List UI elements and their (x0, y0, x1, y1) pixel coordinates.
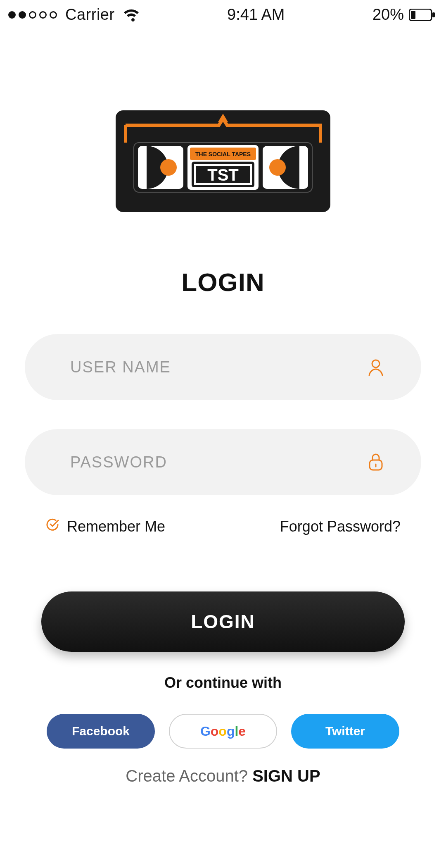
logo-small-text: THE SOCIAL TAPES (195, 151, 251, 157)
lock-icon (367, 453, 385, 471)
facebook-login-button[interactable]: Facebook (47, 714, 155, 749)
remember-me-label: Remember Me (67, 518, 165, 535)
username-field-wrap[interactable] (25, 334, 421, 400)
page-title: LOGIN (181, 267, 264, 297)
check-circle-icon (45, 517, 59, 535)
password-input[interactable] (70, 453, 372, 471)
user-icon (367, 358, 385, 376)
google-login-button[interactable]: Google (169, 714, 277, 749)
status-right: 20% (372, 6, 435, 24)
forgot-password-link[interactable]: Forgot Password? (280, 518, 401, 535)
continue-divider: Or continue with (62, 674, 384, 692)
wifi-icon (123, 8, 140, 21)
status-left: Carrier (8, 6, 140, 24)
signal-strength-icon (8, 11, 57, 19)
twitter-login-button[interactable]: Twitter (291, 714, 399, 749)
logo-big-text: TST (207, 166, 239, 184)
continue-divider-label: Or continue with (164, 674, 282, 692)
remember-me-toggle[interactable]: Remember Me (45, 517, 165, 535)
signup-link[interactable]: SIGN UP (252, 767, 320, 785)
svg-point-14 (372, 360, 380, 367)
carrier-label: Carrier (65, 6, 115, 24)
password-field-wrap[interactable] (25, 429, 421, 495)
battery-icon (409, 9, 435, 21)
app-logo: THE SOCIAL TAPES TST (116, 110, 330, 214)
signup-prompt: Create Account? (126, 767, 252, 785)
svg-rect-1 (432, 12, 435, 17)
google-logo-text: Google (200, 724, 246, 739)
username-input[interactable] (70, 358, 372, 376)
status-bar: Carrier 9:41 AM 20% (0, 0, 446, 24)
battery-percent: 20% (372, 6, 404, 24)
signup-row: Create Account? SIGN UP (126, 767, 320, 785)
clock: 9:41 AM (227, 6, 285, 24)
svg-point-7 (160, 159, 177, 176)
svg-point-9 (269, 159, 286, 176)
svg-rect-2 (411, 11, 415, 19)
login-button[interactable]: LOGIN (41, 591, 405, 652)
